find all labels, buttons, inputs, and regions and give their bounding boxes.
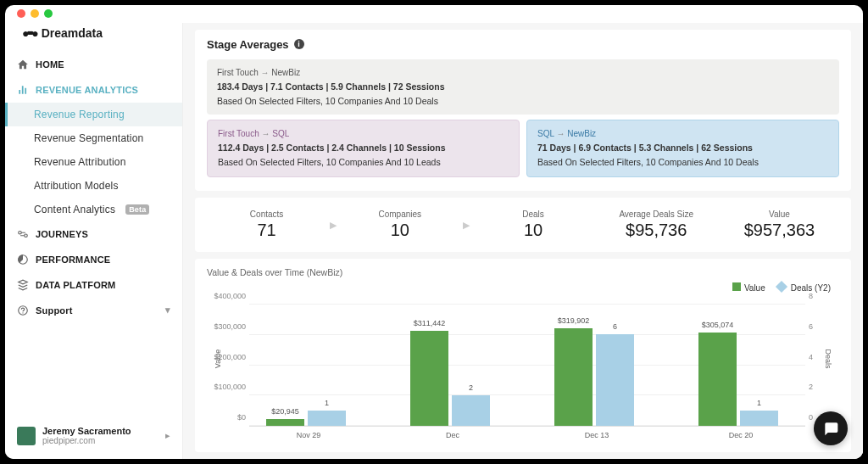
- chat-button[interactable]: [814, 411, 848, 445]
- avatar: [17, 427, 36, 445]
- stage-box-sql-newbiz: SQL → NewBiz 71 Days | 6.9 Contacts | 5.…: [526, 120, 839, 177]
- nav-home-label: HOME: [36, 59, 64, 70]
- nav-revenue-label: REVENUE ANALYTICS: [36, 85, 138, 95]
- legend-value-swatch: [732, 282, 741, 291]
- sidebar-item-label: Attribution Models: [34, 180, 119, 192]
- kpi-label: Average Deals Size: [597, 210, 716, 219]
- sidebar-item-label: Revenue Segmentation: [34, 132, 143, 144]
- chart: Value Deals (Y2) Value Deals $0$100,000$…: [207, 282, 839, 444]
- nav-support-label: Support: [36, 305, 73, 316]
- nav: HOME REVENUE ANALYTICS Revenue Reporting…: [5, 52, 182, 419]
- nav-revenue-analytics[interactable]: REVENUE ANALYTICS: [5, 77, 182, 103]
- chart-title: Value & Deals over Time (NewBiz): [207, 267, 839, 277]
- user-menu[interactable]: Jeremy Sacramento piedpiper.com ▸: [5, 419, 182, 452]
- maximize-icon[interactable]: [44, 9, 53, 18]
- chart-panel: Value & Deals over Time (NewBiz) Value D…: [195, 259, 851, 452]
- nav-data-label: DATA PLATFORM: [36, 280, 115, 290]
- app-body: ●•••● Dreamdata HOME REVENUE ANALYTICS R…: [5, 23, 863, 459]
- legend-value: Value: [732, 282, 765, 293]
- data-platform-icon: [17, 279, 29, 291]
- nav-data-platform[interactable]: DATA PLATFORM: [5, 272, 182, 298]
- kpi-deals: Deals 10: [473, 206, 593, 243]
- journeys-icon: [17, 228, 29, 240]
- page-title: Stage Averages i: [207, 38, 839, 51]
- analytics-icon: [17, 84, 29, 96]
- support-icon: [17, 305, 29, 316]
- chevron-down-icon: ▾: [165, 305, 170, 316]
- stage-from: First Touch: [218, 129, 259, 138]
- stage-to: NewBiz: [271, 68, 300, 77]
- nav-journeys-label: JOURNEYS: [36, 229, 88, 239]
- sidebar-item-revenue-reporting[interactable]: Revenue Reporting: [5, 103, 182, 126]
- stage-box-sql: First Touch → SQL 112.4 Days | 2.5 Conta…: [207, 120, 520, 177]
- kpi-avg-deal-size: Average Deals Size $95,736: [597, 206, 716, 243]
- chevron-right-icon: ▸: [165, 430, 170, 441]
- stage-title-row: SQL → NewBiz: [537, 127, 828, 141]
- stage-box-newbiz: First Touch → NewBiz 183.4 Days | 7.1 Co…: [207, 59, 839, 115]
- sidebar-item-label: Revenue Attribution: [34, 156, 126, 168]
- nav-performance[interactable]: PERFORMANCE: [5, 247, 182, 272]
- app-window: ●•••● Dreamdata HOME REVENUE ANALYTICS R…: [5, 5, 863, 459]
- main-content: Stage Averages i First Touch → NewBiz 18…: [183, 23, 863, 459]
- stage-averages-panel: Stage Averages i First Touch → NewBiz 18…: [195, 30, 851, 191]
- beta-badge: Beta: [125, 204, 149, 215]
- stage-filters: Based On Selected Filters, 10 Companies …: [537, 155, 828, 170]
- legend-deals-swatch: [776, 281, 787, 293]
- kpi-label: Companies: [340, 210, 459, 219]
- chat-icon: [822, 420, 839, 437]
- sidebar-item-revenue-segmentation[interactable]: Revenue Segmentation: [5, 126, 182, 150]
- kpi-value: 10: [340, 221, 459, 240]
- kpi-label: Deals: [473, 210, 593, 219]
- nav-performance-label: PERFORMANCE: [36, 254, 110, 265]
- kpi-companies: Companies 10: [340, 206, 459, 243]
- arrow-icon: →: [262, 129, 273, 138]
- sidebar-item-attribution-models[interactable]: Attribution Models: [5, 174, 182, 198]
- titlebar: [5, 5, 863, 23]
- chevron-right-icon: ▶: [330, 220, 337, 231]
- brand-name: Dreamdata: [42, 26, 103, 40]
- stage-metrics: 183.4 Days | 7.1 Contacts | 5.9 Channels…: [217, 80, 829, 94]
- minimize-icon[interactable]: [31, 9, 39, 18]
- stage-to: NewBiz: [567, 129, 596, 138]
- kpi-value: $957,363: [720, 221, 839, 240]
- performance-icon: [17, 254, 29, 266]
- kpi-value: 71: [207, 221, 326, 240]
- kpi-label: Value: [720, 210, 839, 219]
- nav-journeys[interactable]: JOURNEYS: [5, 221, 182, 247]
- stage-filters: Based On Selected Filters, 10 Companies …: [217, 94, 829, 109]
- nav-support[interactable]: Support ▾: [5, 298, 182, 323]
- stage-metrics: 112.4 Days | 2.5 Contacts | 2.4 Channels…: [218, 141, 509, 155]
- sidebar: ●•••● Dreamdata HOME REVENUE ANALYTICS R…: [5, 23, 183, 459]
- brand-logo[interactable]: ●•••● Dreamdata: [5, 23, 182, 52]
- sidebar-item-revenue-attribution[interactable]: Revenue Attribution: [5, 150, 182, 174]
- stage-metrics: 71 Days | 6.9 Contacts | 5.3 Channels | …: [537, 141, 828, 155]
- info-icon[interactable]: i: [294, 39, 304, 49]
- arrow-icon: →: [556, 129, 567, 138]
- kpi-value: 10: [473, 221, 593, 240]
- sidebar-item-label: Content Analytics: [34, 204, 115, 215]
- close-icon[interactable]: [17, 9, 25, 18]
- stage-from: SQL: [537, 129, 554, 138]
- sidebar-item-content-analytics[interactable]: Content Analytics Beta: [5, 198, 182, 221]
- stage-title-row: First Touch → NewBiz: [217, 66, 829, 80]
- kpi-value: Value $957,363: [720, 206, 839, 243]
- svg-point-2: [22, 312, 23, 313]
- brand-logo-icon: ●•••●: [22, 26, 36, 40]
- nav-home[interactable]: HOME: [5, 52, 182, 77]
- stage-filters: Based On Selected Filters, 10 Companies …: [218, 155, 509, 170]
- stage-from: First Touch: [217, 68, 259, 77]
- chevron-right-icon: ▶: [463, 220, 470, 231]
- kpi-contacts: Contacts 71: [207, 206, 326, 243]
- stage-title-text: Stage Averages: [207, 38, 289, 51]
- user-name: Jeremy Sacramento: [42, 426, 159, 436]
- arrow-icon: →: [261, 68, 272, 77]
- kpi-label: Contacts: [207, 210, 326, 219]
- plot-area: $0$100,000$200,000$300,000$400,00002468$…: [249, 305, 805, 427]
- stage-to: SQL: [272, 129, 289, 138]
- user-org: piedpiper.com: [42, 436, 159, 445]
- sidebar-item-label: Revenue Reporting: [34, 109, 125, 120]
- kpi-value: $95,736: [597, 221, 716, 240]
- home-icon: [17, 59, 29, 70]
- kpi-panel: Contacts 71 ▶ Companies 10 ▶ Deals 10 Av…: [195, 198, 851, 252]
- stage-title-row: First Touch → SQL: [218, 127, 509, 141]
